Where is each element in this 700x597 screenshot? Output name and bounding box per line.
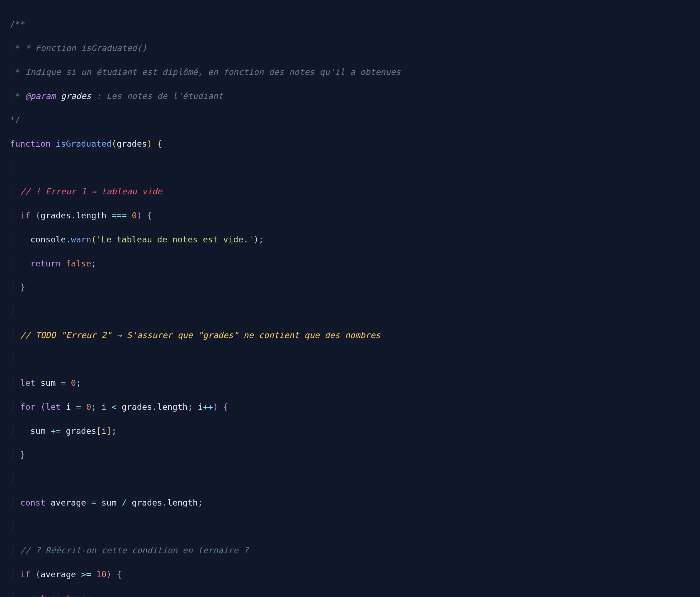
error-comment: // ! Erreur 1 → tableau vide (20, 186, 162, 196)
code-line: if (average >= 10) { (10, 569, 690, 581)
method-warn: warn (71, 234, 91, 245)
indent-guide (13, 593, 13, 597)
code-line (10, 521, 690, 532)
string-literal: 'Le tableau de notes est vide.' (96, 234, 254, 245)
code-line: if (grades.length === 0) { (10, 210, 690, 222)
indent-guide (13, 473, 13, 485)
indent-guide (13, 545, 13, 556)
indent-guide (13, 281, 13, 293)
indent-guide (13, 449, 13, 461)
code-line: // TODO "Erreur 2" → S'assurer que "grad… (10, 330, 690, 341)
indent-guide (13, 353, 13, 365)
code-line: console.warn('Le tableau de notes est vi… (10, 234, 690, 246)
doc-comment-open: /** (10, 19, 25, 29)
indent-guide (13, 401, 13, 413)
indent-guide (13, 497, 13, 509)
code-line: } (10, 281, 690, 293)
keyword-return: return (30, 593, 61, 597)
code-line: return true; (10, 593, 690, 597)
code-line: } (10, 449, 690, 461)
keyword-function: function (10, 139, 51, 149)
code-line: const average = sum / grades.length; (10, 497, 690, 509)
indent-guide (13, 66, 13, 78)
keyword-let: let (20, 378, 35, 388)
doc-comment-close: */ (10, 115, 20, 125)
indent-guide (13, 42, 13, 54)
code-line: function isGraduated(grades) { (10, 138, 690, 150)
code-line: // ! Erreur 1 → tableau vide (10, 186, 690, 198)
question-comment: // ? Réécrit-on cette condition en terna… (20, 545, 249, 555)
code-line (10, 162, 690, 174)
code-line: let sum = 0; (10, 377, 690, 389)
code-line (10, 473, 690, 485)
code-line: for (let i = 0; i < grades.length; i++) … (10, 401, 690, 413)
keyword-return: return (30, 259, 61, 269)
keyword-if: if (20, 569, 30, 579)
indent-guide (13, 162, 13, 174)
jsdoc-param-tag: @param (25, 91, 56, 101)
indent-guide (13, 569, 13, 581)
indent-guide (13, 305, 13, 317)
keyword-if: if (20, 210, 30, 221)
code-line: return false; (10, 258, 690, 270)
code-line: * @param grades : Les notes de l'étudian… (10, 90, 690, 102)
code-line (10, 353, 690, 365)
code-line: sum += grades[i]; (10, 425, 690, 437)
indent-guide (13, 234, 13, 246)
code-editor[interactable]: /** * * Fonction isGraduated() * Indique… (0, 0, 700, 597)
indent-guide (33, 234, 33, 246)
indent-guide (13, 330, 13, 341)
indent-guide (13, 425, 13, 437)
indent-guide (13, 377, 13, 389)
indent-guide (33, 258, 33, 270)
code-line (10, 305, 690, 317)
indent-guide (33, 593, 33, 597)
function-name: isGraduated (51, 139, 112, 149)
indent-guide (13, 186, 13, 198)
indent-guide (13, 90, 13, 102)
code-line: /** (10, 18, 690, 30)
code-line: */ (10, 114, 690, 126)
todo-comment: // TODO "Erreur 2" → S'assurer que "grad… (20, 330, 380, 340)
code-line: * * Fonction isGraduated() (10, 42, 690, 54)
code-line: // ? Réécrit-on cette condition en terna… (10, 545, 690, 556)
indent-guide (33, 425, 33, 437)
indent-guide (13, 258, 13, 270)
indent-guide (13, 210, 13, 222)
keyword-for: for (20, 402, 35, 412)
keyword-const: const (20, 498, 46, 508)
code-line: * Indique si un étudiant est diplômé, en… (10, 66, 690, 78)
indent-guide (13, 521, 13, 532)
